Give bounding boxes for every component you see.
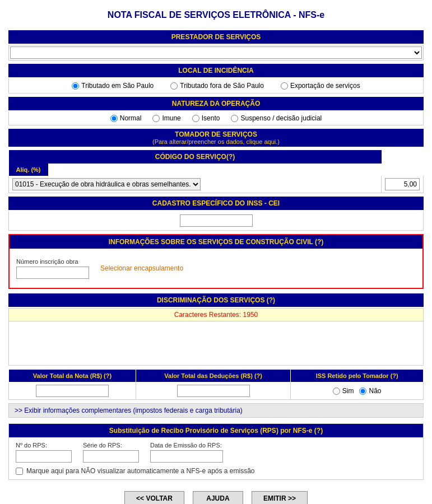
rps-data-label: Data de Emissão do RPS:	[150, 442, 223, 449]
natureza-label-suspenso: Suspenso / decisão judicial	[240, 114, 322, 122]
local-radio-sp[interactable]	[72, 82, 79, 90]
local-option-exp[interactable]: Exportação de serviços	[281, 82, 360, 90]
rps-num-input[interactable]	[16, 450, 72, 463]
discriminacao-section: DISCRIMINAÇÃO DOS SERVIÇOS (?) Caractere…	[8, 293, 424, 366]
obra-input[interactable]	[16, 267, 89, 279]
local-section: LOCAL DE INCIDÊNCIA Tributado em São Pau…	[8, 64, 424, 94]
natureza-option-suspenso[interactable]: Suspenso / decisão judicial	[231, 114, 322, 122]
tomador-section[interactable]: TOMADOR DE SERVIÇOS (Para alterar/preenc…	[8, 129, 424, 147]
iss-sim-option[interactable]: Sim	[333, 387, 354, 395]
iss-radio-nao[interactable]	[359, 388, 366, 395]
buttons-row: << VOLTAR AJUDA EMITIR >>	[8, 486, 424, 504]
aliq-header: Aliq. (%)	[9, 164, 48, 176]
prestador-select[interactable]	[10, 46, 422, 59]
iss-sim-label: Sim	[342, 387, 354, 395]
exibir-info-link[interactable]: >> Exibir informações complementares (im…	[8, 403, 424, 418]
tomador-header[interactable]: TOMADOR DE SERVIÇOS (Para alterar/preenc…	[8, 129, 424, 147]
info-cc-section: INFORMAÇÕES SOBRE OS SERVIÇOS DE CONSTRU…	[8, 234, 424, 289]
tomador-title: TOMADOR DE SERVIÇOS	[13, 130, 419, 138]
natureza-label-isento: Isento	[202, 114, 220, 122]
rps-serie-label: Série do RPS:	[83, 442, 139, 449]
rps-num-label: Nº do RPS:	[16, 442, 72, 449]
codigo-section: CÓDIGO DO SERVIÇO(?) Aliq. (%) 01015 - E…	[8, 150, 424, 193]
local-header: LOCAL DE INCIDÊNCIA	[8, 64, 424, 77]
cei-input[interactable]	[180, 214, 253, 227]
local-label-sp: Tributado em São Paulo	[81, 82, 154, 90]
natureza-radio-normal[interactable]	[110, 115, 118, 122]
local-label-exp: Exportação de serviços	[290, 82, 360, 90]
obra-label: Número inscrição obra	[16, 258, 78, 265]
rps-checkbox-label: Marque aqui para NÃO visualizar automati…	[26, 467, 255, 475]
discriminacao-header: DISCRIMINAÇÃO DOS SERVIÇOS (?)	[8, 293, 424, 307]
rps-serie-input[interactable]	[83, 450, 139, 463]
valor-nota-header: Valor Total da Nota (R$) (?)	[9, 370, 136, 382]
voltar-button[interactable]: << VOLTAR	[124, 491, 184, 504]
local-option-fsp[interactable]: Tributado fora de São Paulo	[170, 82, 264, 90]
codigo-select[interactable]: 01015 - Execução de obra hidráulica e ob…	[12, 178, 201, 190]
natureza-option-isento[interactable]: Isento	[192, 114, 220, 122]
iss-nao-option[interactable]: Não	[359, 387, 381, 395]
valores-section: Valor Total da Nota (R$) (?) Valor Total…	[8, 369, 424, 400]
aliq-input[interactable]	[385, 178, 420, 190]
natureza-label-imune: Imune	[162, 114, 180, 122]
cei-header: CADASTRO ESPECÍFICO DO INSS - CEI	[8, 197, 424, 210]
natureza-radio-imune[interactable]	[152, 115, 160, 122]
discriminacao-remaining: Caracteres Restantes: 1950	[8, 308, 424, 321]
valor-deducoes-input[interactable]	[177, 385, 250, 397]
prestador-section: PRESTADOR DE SERVIÇOS	[8, 30, 424, 60]
natureza-option-normal[interactable]: Normal	[110, 114, 142, 122]
rps-serie-group: Série do RPS:	[83, 442, 139, 463]
cei-section: CADASTRO ESPECÍFICO DO INSS - CEI	[8, 197, 424, 231]
rps-checkbox-row: Marque aqui para NÃO visualizar automati…	[16, 467, 416, 475]
natureza-label-normal: Normal	[120, 114, 142, 122]
encapsulamento-link[interactable]: Selecionar encapsulamento	[100, 264, 183, 272]
rps-num-group: Nº do RPS:	[16, 442, 72, 463]
info-cc-header: INFORMAÇÕES SOBRE OS SERVIÇOS DE CONSTRU…	[10, 235, 422, 249]
valor-deducoes-header: Valor Total das Deduções (R$) (?)	[136, 370, 290, 382]
iss-retido-header: ISS Retido pelo Tomador (?)	[291, 370, 424, 382]
codigo-header: CÓDIGO DO SERVIÇO(?)	[9, 150, 382, 164]
rps-section: Substituição de Recibo Provisório de Ser…	[8, 423, 424, 480]
obra-group: Número inscrição obra	[16, 258, 89, 279]
natureza-radio-suspenso[interactable]	[231, 115, 238, 122]
natureza-radio-isento[interactable]	[192, 115, 199, 122]
valor-nota-input[interactable]	[36, 385, 109, 397]
rps-data-input[interactable]	[150, 450, 223, 463]
iss-nao-label: Não	[369, 387, 381, 395]
rps-checkbox[interactable]	[16, 468, 23, 475]
natureza-header: NATUREZA DA OPERAÇÃO	[8, 97, 424, 110]
iss-radio-sim[interactable]	[333, 388, 340, 395]
tomador-subtext: (Para alterar/preencher os dados, clique…	[13, 138, 419, 145]
iss-retido-cell: Sim Não	[295, 385, 419, 397]
emitir-button[interactable]: EMITIR >>	[252, 491, 308, 504]
natureza-option-imune[interactable]: Imune	[152, 114, 180, 122]
local-option-sp[interactable]: Tributado em São Paulo	[72, 82, 154, 90]
rps-header: Substituição de Recibo Provisório de Ser…	[9, 424, 423, 437]
prestador-header: PRESTADOR DE SERVIÇOS	[8, 30, 424, 44]
local-radio-fsp[interactable]	[170, 82, 178, 90]
natureza-section: NATUREZA DA OPERAÇÃO Normal Imune Isento…	[8, 97, 424, 125]
discriminacao-textarea[interactable]	[8, 321, 424, 366]
page-title: NOTA FISCAL DE SERVIÇOS ELETRÔNICA - NFS…	[8, 6, 424, 25]
ajuda-button[interactable]: AJUDA	[193, 491, 243, 504]
rps-data-group: Data de Emissão do RPS:	[150, 442, 223, 463]
local-radio-exp[interactable]	[281, 82, 288, 90]
local-label-fsp: Tributado fora de São Paulo	[180, 82, 264, 90]
